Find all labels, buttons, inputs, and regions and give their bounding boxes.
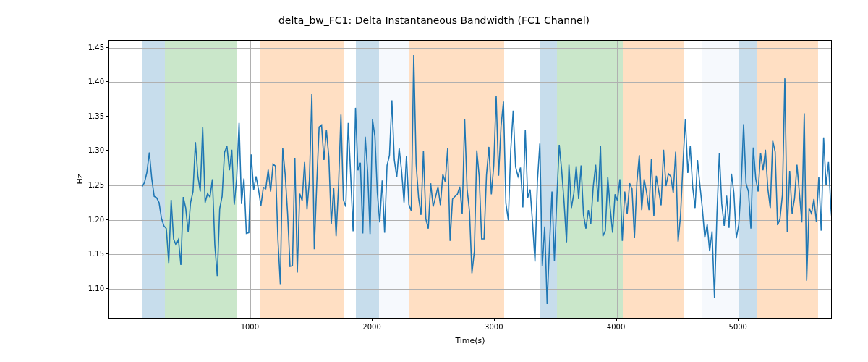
x-tick-mark xyxy=(738,319,739,321)
y-tick-label: 1.45 xyxy=(75,43,104,51)
x-tick-mark xyxy=(250,319,250,321)
figure: delta_bw_FC1: Delta Instantaneous Bandwi… xyxy=(0,0,868,362)
y-tick-mark xyxy=(106,116,109,117)
x-tick-label: 4000 xyxy=(607,323,625,331)
y-tick-mark xyxy=(106,288,109,289)
y-tick-label: 1.35 xyxy=(75,111,104,119)
y-tick-label: 1.15 xyxy=(75,250,104,258)
y-tick-mark xyxy=(106,219,109,220)
x-tick-mark xyxy=(616,319,617,321)
y-tick-mark xyxy=(106,150,109,151)
y-tick-label: 1.30 xyxy=(75,146,104,154)
x-tick-mark xyxy=(494,319,495,321)
y-tick-mark xyxy=(106,253,109,254)
plot-area xyxy=(109,40,832,319)
x-tick-label: 1000 xyxy=(241,323,259,331)
y-tick-label: 1.25 xyxy=(75,181,104,189)
x-tick-label: 2000 xyxy=(362,323,380,331)
y-tick-label: 1.40 xyxy=(75,77,104,85)
x-tick-mark xyxy=(372,319,373,321)
x-axis-label: Time(s) xyxy=(109,336,832,345)
x-tick-label: 5000 xyxy=(729,323,747,331)
data-line xyxy=(109,41,831,318)
y-tick-label: 1.20 xyxy=(75,215,104,223)
chart-title: delta_bw_FC1: Delta Instantaneous Bandwi… xyxy=(0,14,868,26)
y-tick-label: 1.10 xyxy=(75,285,104,292)
y-tick-mark xyxy=(106,81,109,82)
y-tick-mark xyxy=(106,47,109,48)
y-tick-mark xyxy=(106,185,109,185)
x-tick-label: 3000 xyxy=(485,323,503,331)
series-line xyxy=(142,55,832,304)
